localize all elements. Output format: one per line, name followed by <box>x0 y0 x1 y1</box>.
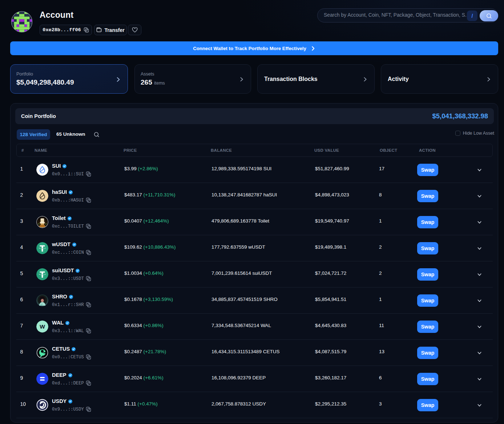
svg-text:W: W <box>40 323 45 330</box>
